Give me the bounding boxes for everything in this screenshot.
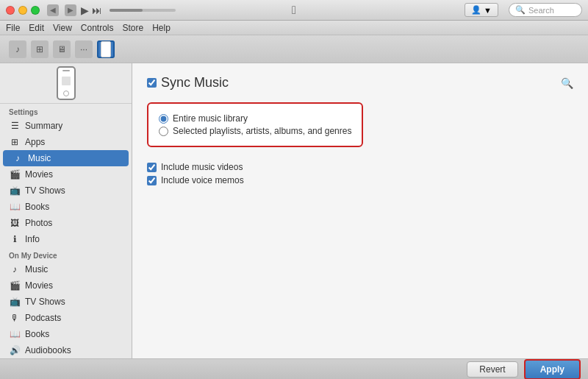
close-button[interactable] xyxy=(6,6,15,15)
content-area: Sync Music 🔍 Entire music library Select… xyxy=(132,63,588,358)
sidebar-item-info[interactable]: ℹ Info xyxy=(0,231,132,247)
sidebar-item-d-podcasts[interactable]: 🎙 Podcasts xyxy=(0,310,132,326)
sidebar-item-d-audiobooks[interactable]: 🔊 Audiobooks xyxy=(0,342,132,358)
checkbox-videos-label: Include music videos xyxy=(161,162,243,172)
play-button[interactable]: ▶ xyxy=(81,4,89,16)
checkboxes-area: Include music videos Include voice memos xyxy=(147,162,573,185)
d-audiobooks-label: Audiobooks xyxy=(25,345,71,355)
sidebar-item-d-music[interactable]: ♪ Music xyxy=(0,261,132,277)
title-bar: ◀ ▶ ▶ ⏭  👤 ▼ 🔍 Search xyxy=(0,0,588,21)
sidebar-item-tvshows[interactable]: 📺 TV Shows xyxy=(0,183,132,199)
skip-button[interactable]: ⏭ xyxy=(92,4,102,16)
summary-icon: ☰ xyxy=(9,121,21,131)
revert-button[interactable]: Revert xyxy=(467,361,517,378)
movies-label: Movies xyxy=(25,169,53,180)
settings-section-label: Settings xyxy=(0,104,132,118)
back-button[interactable]: ◀ xyxy=(47,4,59,16)
info-label: Info xyxy=(25,234,40,244)
d-music-label: Music xyxy=(25,264,48,274)
d-tvshows-icon: 📺 xyxy=(9,297,21,307)
sync-music-title[interactable]: Sync Music xyxy=(161,75,229,91)
window-controls xyxy=(6,6,40,15)
account-button[interactable]: 👤 ▼ xyxy=(465,3,498,17)
radio-entire-library[interactable]: Entire music library xyxy=(159,113,351,124)
d-tvshows-label: TV Shows xyxy=(25,297,65,307)
account-icon: 👤 xyxy=(471,5,481,15)
tvshows-icon: 📺 xyxy=(9,185,21,196)
music-icon: ♪ xyxy=(12,153,24,163)
iphone-home xyxy=(63,91,69,96)
menu-help[interactable]: Help xyxy=(152,23,171,33)
toolbar: ♪ ⊞ 🖥 ··· xyxy=(0,35,588,63)
d-books-label: Books xyxy=(25,329,49,339)
sidebar-item-summary[interactable]: ☰ Summary xyxy=(0,118,132,134)
menu-controls[interactable]: Controls xyxy=(81,23,114,33)
sidebar: Settings ☰ Summary ⊞ Apps ♪ Music 🎬 Movi… xyxy=(0,63,132,358)
checkbox-videos-input[interactable] xyxy=(147,163,157,172)
radio-entire-label: Entire music library xyxy=(173,113,248,124)
photos-label: Photos xyxy=(25,218,52,228)
minimize-button[interactable] xyxy=(18,6,27,15)
radio-selected-input[interactable] xyxy=(159,127,168,136)
checkbox-voice-input[interactable] xyxy=(147,176,157,185)
on-my-device-section-label: On My Device xyxy=(0,247,132,261)
sidebar-item-d-tvshows[interactable]: 📺 TV Shows xyxy=(0,294,132,310)
radio-selected-label: Selected playlists, artists, albums, and… xyxy=(173,126,351,136)
toolbar-music-icon[interactable]: ♪ xyxy=(9,40,26,58)
d-podcasts-icon: 🎙 xyxy=(9,313,21,323)
books-label: Books xyxy=(25,202,49,212)
radio-entire-input[interactable] xyxy=(159,114,168,124)
sync-music-checkbox[interactable] xyxy=(147,78,157,88)
d-movies-label: Movies xyxy=(25,280,53,291)
sidebar-item-books[interactable]: 📖 Books xyxy=(0,199,132,215)
apply-button[interactable]: Apply xyxy=(524,359,581,380)
photos-icon: 🖼 xyxy=(9,218,21,228)
progress-bar xyxy=(110,9,176,12)
bottom-bar: Revert Apply xyxy=(0,358,588,379)
info-icon: ℹ xyxy=(9,234,21,244)
d-movies-icon: 🎬 xyxy=(9,280,21,291)
toolbar-grid-icon[interactable]: ⊞ xyxy=(31,40,49,58)
radio-selected[interactable]: Selected playlists, artists, albums, and… xyxy=(159,126,351,136)
progress-fill xyxy=(110,9,143,12)
iphone-speaker xyxy=(62,70,70,71)
toolbar-more-icon[interactable]: ··· xyxy=(75,40,93,58)
apps-icon: ⊞ xyxy=(9,137,21,147)
search-icon: 🔍 xyxy=(515,5,526,15)
sidebar-item-d-movies[interactable]: 🎬 Movies xyxy=(0,277,132,294)
search-box[interactable]: 🔍 Search xyxy=(509,3,582,17)
d-music-icon: ♪ xyxy=(9,264,21,274)
iphone-graphic xyxy=(57,66,76,100)
d-books-icon: 📖 xyxy=(9,329,21,339)
sidebar-item-music[interactable]: ♪ Music xyxy=(3,150,129,166)
menu-edit[interactable]: Edit xyxy=(29,23,44,33)
sync-header: Sync Music 🔍 xyxy=(147,75,573,91)
summary-label: Summary xyxy=(25,121,62,131)
forward-button[interactable]: ▶ xyxy=(65,4,76,16)
iphone-screen xyxy=(62,77,71,85)
movies-icon: 🎬 xyxy=(9,169,21,180)
checkbox-music-videos[interactable]: Include music videos xyxy=(147,162,573,172)
content-search-icon: 🔍 xyxy=(561,77,573,89)
menu-bar: File Edit View Controls Store Help xyxy=(0,21,588,35)
menu-store[interactable]: Store xyxy=(123,23,144,33)
books-icon: 📖 xyxy=(9,202,21,212)
checkbox-voice-memos[interactable]: Include voice memos xyxy=(147,175,573,185)
music-label: Music xyxy=(28,153,51,163)
sidebar-item-d-books[interactable]: 📖 Books xyxy=(0,326,132,342)
search-placeholder: Search xyxy=(528,6,554,15)
menu-view[interactable]: View xyxy=(53,23,72,33)
sidebar-device xyxy=(0,63,132,104)
checkbox-voice-label: Include voice memos xyxy=(161,175,244,185)
toolbar-display-icon[interactable]: 🖥 xyxy=(53,40,71,58)
sidebar-item-apps[interactable]: ⊞ Apps xyxy=(0,134,132,150)
sidebar-item-photos[interactable]: 🖼 Photos xyxy=(0,215,132,231)
sidebar-item-movies[interactable]: 🎬 Movies xyxy=(0,166,132,183)
toolbar-iphone-icon[interactable] xyxy=(97,40,115,58)
menu-file[interactable]: File xyxy=(6,23,20,33)
maximize-button[interactable] xyxy=(31,6,40,15)
transport-controls: ◀ ▶ ▶ ⏭ xyxy=(46,4,180,16)
account-chevron: ▼ xyxy=(484,6,492,15)
d-audiobooks-icon: 🔊 xyxy=(9,345,21,355)
d-podcasts-label: Podcasts xyxy=(25,313,61,323)
